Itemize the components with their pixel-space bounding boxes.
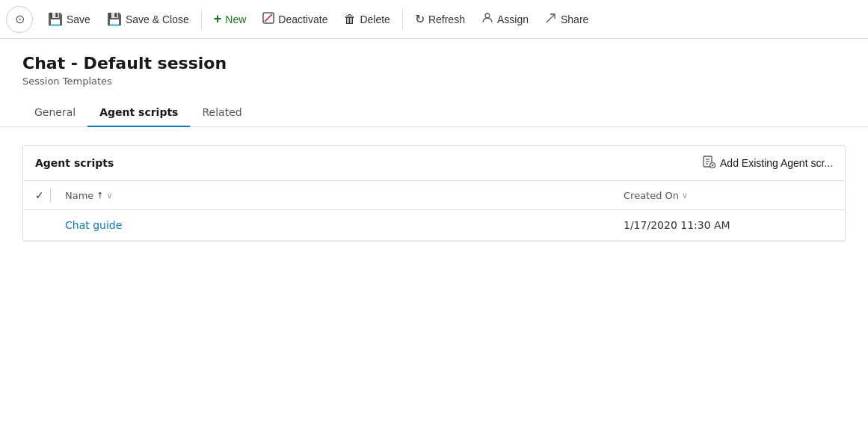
share-icon [545, 12, 557, 27]
page-subtitle: Session Templates [22, 76, 846, 87]
table-header: ✓ Name ↑ ∨ Created On ∨ [23, 181, 845, 210]
share-button[interactable]: Share [538, 7, 596, 31]
add-existing-agent-script-button[interactable]: Add Existing Agent scr... [702, 155, 833, 171]
deactivate-icon [262, 12, 274, 27]
col-divider [50, 188, 51, 202]
refresh-icon: ↻ [415, 12, 425, 26]
tab-general[interactable]: General [22, 99, 87, 127]
save-close-label: Save & Close [126, 13, 189, 25]
nav-back-icon: ⊙ [15, 12, 25, 26]
toolbar-sep-2 [402, 8, 403, 31]
save-close-icon: 💾 [107, 12, 122, 26]
agent-scripts-table: ✓ Name ↑ ∨ Created On ∨ Chat guide [23, 180, 845, 241]
tab-agent-scripts[interactable]: Agent scripts [87, 99, 190, 127]
delete-icon: 🗑 [344, 13, 356, 26]
page-title: Chat - Default session [22, 54, 846, 73]
share-label: Share [561, 13, 588, 25]
add-existing-icon [702, 155, 715, 171]
chat-guide-link[interactable]: Chat guide [65, 219, 122, 231]
deactivate-label: Deactivate [278, 13, 327, 25]
page-header: Chat - Default session Session Templates [0, 39, 868, 87]
svg-point-2 [485, 13, 490, 18]
toolbar-sep-1 [201, 8, 202, 31]
nav-back-button[interactable]: ⊙ [6, 6, 33, 33]
add-existing-label: Add Existing Agent scr... [720, 157, 833, 169]
deactivate-button[interactable]: Deactivate [255, 7, 335, 31]
row-created-cell: 1/17/2020 11:30 AM [624, 219, 833, 231]
agent-scripts-section: Agent scripts Add Existing Agent scr... [22, 145, 846, 242]
name-column-header[interactable]: Name ↑ ∨ [65, 190, 624, 201]
section-title: Agent scripts [35, 157, 114, 169]
new-button[interactable]: + New [206, 7, 254, 31]
created-sort-icon: ∨ [682, 191, 688, 200]
created-on-column-header[interactable]: Created On ∨ [624, 190, 833, 201]
svg-line-1 [265, 14, 272, 22]
refresh-button[interactable]: ↻ Refresh [407, 7, 473, 31]
tab-related[interactable]: Related [190, 99, 253, 127]
check-column-header: ✓ [35, 188, 65, 202]
tabs: General Agent scripts Related [0, 99, 868, 127]
delete-button[interactable]: 🗑 Delete [336, 8, 397, 31]
refresh-label: Refresh [428, 13, 465, 25]
sort-down-icon[interactable]: ∨ [107, 191, 113, 200]
save-close-button[interactable]: 💾 Save & Close [99, 7, 197, 31]
assign-button[interactable]: Assign [474, 7, 536, 31]
assign-label: Assign [497, 13, 529, 25]
section-header: Agent scripts Add Existing Agent scr... [23, 146, 845, 180]
assign-icon [481, 12, 493, 27]
toolbar: ⊙ 💾 Save 💾 Save & Close + New Deactivate… [0, 0, 868, 39]
save-button[interactable]: 💾 Save [40, 7, 98, 31]
select-all-check[interactable]: ✓ [35, 189, 44, 201]
save-icon: 💾 [48, 12, 63, 26]
delete-label: Delete [360, 13, 390, 25]
new-icon: + [214, 11, 222, 27]
new-label: New [225, 13, 246, 25]
sort-up-icon: ↑ [96, 191, 103, 200]
row-name-cell: Chat guide [65, 219, 624, 231]
content-area: Agent scripts Add Existing Agent scr... [0, 127, 868, 259]
save-label: Save [67, 13, 90, 25]
table-row: Chat guide 1/17/2020 11:30 AM [23, 210, 845, 241]
